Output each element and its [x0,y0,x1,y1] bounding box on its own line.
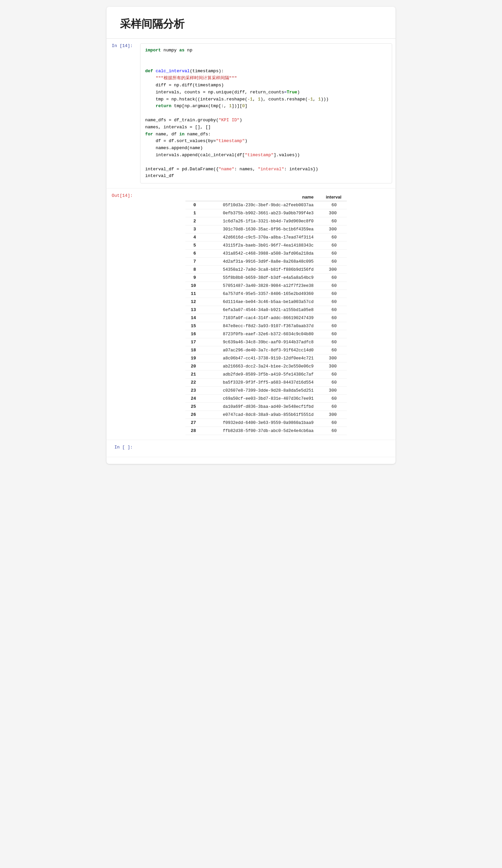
col-header-interval: interval [319,193,347,201]
table-row: 26e0747cad-8dc8-38a9-a9ab-855b61f5551d30… [185,411,347,419]
cell-interval: 60 [319,250,347,258]
col-header-name: name [203,193,319,201]
cell-interval: 60 [319,427,347,435]
table-row: 147103fa0f-cac4-314f-addc-86619024743960 [185,314,347,322]
cell-interval: 60 [319,274,347,282]
cell-idx: 16 [185,330,203,338]
cell-idx: 27 [185,419,203,427]
cell-idx: 25 [185,403,203,411]
cell-out-content: name interval 005f10d3a-239c-3bef-9bdc-a… [137,192,396,436]
cell-idx: 12 [185,298,203,306]
table-row: 19a8c06b47-cc41-3738-9110-12df0ee4c72130… [185,354,347,362]
cell-interval: 60 [319,379,347,386]
cell-in-14: In [14]: import numpy as np def calc_int… [106,39,396,188]
cell-idx: 4 [185,234,203,241]
cell-interval: 60 [319,330,347,338]
cell-interval: 60 [319,234,347,241]
cell-interval: 60 [319,338,347,346]
table-row: 28ffb82d38-5f00-37db-abc0-5d2e4e4cb6aa60 [185,427,347,435]
cell-name: 57051487-3a40-3828-9084-a12f7f23ee38 [203,282,319,290]
cell-interval: 300 [319,411,347,419]
table-row: 543115f2a-baeb-3b01-96f7-4ea14188343c60 [185,241,347,250]
cell-name: 42d6616d-c9c5-370a-a8ba-17ead74f3114 [203,234,319,241]
cell-interval: 60 [319,314,347,322]
table-row: 6431a8542-c468-3988-a508-3afd06a218da60 [185,250,347,258]
cell-interval: 60 [319,282,347,290]
cell-next-content[interactable] [137,443,396,454]
cell-idx: 5 [185,241,203,250]
cell-name: ba5f3328-9f3f-3ff5-a683-84437d16d554 [203,379,319,386]
cell-name: adb2fde9-8589-3f5b-a410-5fe14386c7af [203,371,319,379]
cell-name: ffb82d38-5f00-37db-abc0-5d2e4e4cb6aa [203,427,319,435]
table-row: 27f0932edd-6400-3e63-9559-0a9860a1baa960 [185,419,347,427]
cell-name: 1c6d7a26-1f1a-3321-bb4d-7a9d969ec8f0 [203,217,319,225]
cell-name: 9c639a46-34c8-39bc-aaf0-9144b37adfc8 [203,338,319,346]
cell-idx: 24 [185,395,203,403]
cell-interval: 60 [319,201,347,209]
cell-idx: 22 [185,379,203,386]
cell-name: 43115f2a-baeb-3b01-96f7-4ea14188343c [203,241,319,250]
cell-interval: 60 [319,346,347,354]
cell-name: da10a69f-d836-3baa-ad40-3e548ecf1fbd [203,403,319,411]
cell-idx: 19 [185,354,203,362]
cell-next-label: In [ ]: [106,443,137,450]
cell-name: f0932edd-6400-3e63-9559-0a9860a1baa9 [203,419,319,427]
cell-idx: 10 [185,282,203,290]
page-title: 采样间隔分析 [106,7,396,39]
cell-in-content[interactable]: import numpy as np def calc_interval(tim… [137,42,396,185]
cell-interval: 300 [319,209,347,217]
cell-name: 6d1114ae-be04-3c46-b5aa-be1a003a57cd [203,298,319,306]
cell-interval: 60 [319,419,347,427]
cell-interval: 60 [319,403,347,411]
cell-name: 55f8b8b8-b659-38df-b3df-e4a5a8a54bc9 [203,274,319,282]
cell-out-label: Out[14]: [106,192,137,198]
table-row: 854350a12-7a9d-3ca8-b81f-f886b9d156fd300 [185,266,347,274]
table-row: 22ba5f3328-9f3f-3ff5-a683-84437d16d55460 [185,379,347,386]
table-row: 10efb375b-b902-3661-ab23-9a0bb799f4e3300 [185,209,347,217]
cell-idx: 11 [185,290,203,298]
cell-name: 0efb375b-b902-3661-ab23-9a0bb799f4e3 [203,209,319,217]
cell-name: c02607e8-7399-3dde-9d28-8a8da5e5d251 [203,386,319,395]
table-row: 3301c70d8-1630-35ac-8f96-bc1b6f4359ea300 [185,225,347,234]
cell-idx: 3 [185,225,203,234]
cell-interval: 60 [319,306,347,314]
table-row: 136efa3a07-4544-34a0-b921-a155bd1a05e860 [185,306,347,314]
cell-idx: 9 [185,274,203,282]
table-row: 18a07ac296-de40-3a7c-8df3-91f642cc14d060 [185,346,347,354]
cell-name: e0747cad-8dc8-38a9-a9ab-855b61f5551d [203,411,319,419]
cell-idx: 2 [185,217,203,225]
cell-name: 54350a12-7a9d-3ca8-b81f-f886b9d156fd [203,266,319,274]
cell-interval: 60 [319,258,347,266]
cell-name: 431a8542-c468-3988-a508-3afd06a218da [203,250,319,258]
cell-idx: 8 [185,266,203,274]
cell-interval: 300 [319,354,347,362]
cell-name: 301c70d8-1630-35ac-8f96-bc1b6f4359ea [203,225,319,234]
cell-interval: 60 [319,298,347,306]
cell-interval: 60 [319,217,347,225]
cell-name: 7103fa0f-cac4-314f-addc-866190247439 [203,314,319,322]
table-row: 74d2af31a-9916-3d9f-8a8e-8a268a48c09560 [185,258,347,266]
notebook-container: 采样间隔分析 In [14]: import numpy as np def c… [106,7,396,464]
cell-name: 8723f0fb-eaef-32e6-b372-6034c9c04b80 [203,330,319,338]
cell-idx: 15 [185,322,203,330]
table-row: 179c639a46-34c8-39bc-aaf0-9144b37adfc860 [185,338,347,346]
table-row: 21c6d7a26-1f1a-3321-bb4d-7a9d969ec8f060 [185,217,347,225]
table-row: 442d6616d-c9c5-370a-a8ba-17ead74f311460 [185,234,347,241]
table-row: 15847e8ecc-f8d2-3a93-9107-f367a0aab37d60 [185,322,347,330]
table-row: 24c69a50cf-ee03-3bd7-831e-407d36c7ee9160 [185,395,347,403]
cell-idx: 7 [185,258,203,266]
cell-interval: 300 [319,362,347,371]
cell-out-14: Out[14]: name interval 005f10d3a-239c-3b… [106,188,396,440]
table-row: 1057051487-3a40-3828-9084-a12f7f23ee3860 [185,282,347,290]
cell-name: 6efa3a07-4544-34a0-b921-a155bd1a05e8 [203,306,319,314]
cell-name: 6a757df4-95e5-3357-8406-165e2bd49360 [203,290,319,298]
cell-interval: 60 [319,371,347,379]
cell-idx: 21 [185,371,203,379]
cell-in-label: In [14]: [106,42,137,48]
cell-idx: 20 [185,362,203,371]
cell-idx: 17 [185,338,203,346]
code-block[interactable]: import numpy as np def calc_interval(tim… [140,43,392,183]
dataframe-table: name interval 005f10d3a-239c-3bef-9bdc-a… [185,193,347,435]
table-row: 005f10d3a-239c-3bef-9bdc-a2feeb0037aa60 [185,201,347,209]
col-header-idx [185,193,203,201]
